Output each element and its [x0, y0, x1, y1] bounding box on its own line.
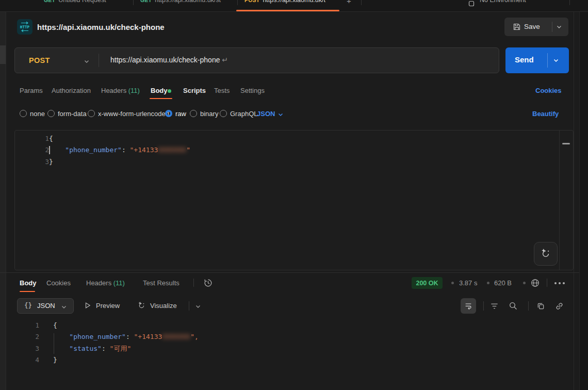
- divider: [189, 301, 189, 311]
- line-number: 4: [19, 356, 39, 364]
- visualize-button[interactable]: Visualize: [150, 302, 177, 310]
- tab-divider: [133, 0, 134, 5]
- indent-guide: [54, 333, 54, 354]
- tab-request-active[interactable]: POSThttps://api.xiaomu.uk/t: [244, 0, 325, 4]
- line-number: 2: [28, 146, 49, 154]
- tab-tests[interactable]: Tests: [214, 87, 230, 94]
- divider: [483, 301, 484, 311]
- history-icon[interactable]: [203, 278, 213, 288]
- headers-count: (11): [128, 87, 140, 94]
- send-button[interactable]: Send: [505, 47, 569, 73]
- status-badge[interactable]: 200 OK: [412, 277, 443, 289]
- link-icon[interactable]: [555, 302, 564, 311]
- environment-selector[interactable]: No Environment: [480, 0, 526, 4]
- dot-separator: [451, 282, 454, 284]
- preview-play-icon[interactable]: [84, 302, 91, 309]
- response-body-viewer[interactable]: 1 2 3 4 { "phone_number": "+141330000000…: [0, 317, 574, 390]
- beautify-link[interactable]: Beautify: [532, 110, 559, 118]
- json-value: "+14133: [130, 146, 158, 154]
- format-chevron-down-icon[interactable]: [277, 111, 284, 118]
- method-post-label: POST: [244, 0, 259, 3]
- tab-authorization[interactable]: Authorization: [52, 87, 91, 94]
- code-line: "phone_number": "+141330000000",: [53, 332, 199, 341]
- radio-none-label[interactable]: none: [30, 110, 45, 118]
- radio-binary-label[interactable]: binary: [200, 110, 218, 118]
- response-time[interactable]: 3.87 s: [459, 279, 477, 287]
- tab-untitled-request[interactable]: GETUntitled Request: [44, 0, 106, 4]
- json-value: "+14133: [134, 333, 162, 340]
- response-tab-test-results[interactable]: Test Results: [143, 279, 179, 287]
- divider: [547, 279, 547, 287]
- dot-separator: [523, 282, 526, 284]
- scrollbar-handle[interactable]: [562, 143, 570, 144]
- radio-graphql[interactable]: [220, 110, 227, 117]
- radio-urlencoded-label[interactable]: x-www-form-urlencoded: [98, 110, 169, 118]
- response-tab-headers[interactable]: Headers (11): [86, 279, 125, 287]
- radio-urlencoded[interactable]: [88, 110, 95, 117]
- braces-icon: {}: [24, 301, 32, 309]
- tab-label: https://api.xiaomu.uk/t: [263, 0, 325, 4]
- save-icon: [513, 23, 521, 31]
- code-line: {: [53, 321, 57, 330]
- send-button-label: Send: [515, 55, 534, 64]
- content-right-divider: [574, 12, 574, 390]
- more-options-icon[interactable]: [554, 282, 565, 284]
- json-key: "phone_number": [65, 146, 122, 154]
- globe-icon[interactable]: [530, 278, 540, 288]
- save-button[interactable]: Save: [504, 18, 568, 36]
- postbot-button[interactable]: [534, 242, 558, 266]
- save-chevron-down-icon[interactable]: [556, 24, 562, 30]
- url-input[interactable]: https://api.xiaomu.uk/check-phone ↵: [110, 56, 228, 64]
- new-tab-button[interactable]: +: [347, 0, 351, 5]
- search-icon[interactable]: [509, 301, 518, 311]
- url-bar: POST https://api.xiaomu.uk/check-phone ↵: [14, 47, 499, 73]
- button-divider: [552, 22, 552, 32]
- wrap-text-button[interactable]: [461, 298, 476, 314]
- tab-request-2[interactable]: GEThttps://api.xiaomu.uk/st: [140, 0, 221, 4]
- radio-form-data[interactable]: [47, 110, 55, 117]
- editor-scrollbar[interactable]: [559, 131, 573, 270]
- visualize-sparkle-icon[interactable]: [137, 301, 146, 310]
- url-divider: [99, 54, 99, 67]
- tab-label: https://api.xiaomu.uk/st: [155, 0, 221, 4]
- postbot-sparkle-icon: [540, 248, 551, 259]
- toolbar-chevron-down-icon[interactable]: [195, 303, 201, 310]
- button-divider: [547, 53, 548, 68]
- line-number: 2: [19, 333, 39, 340]
- response-tab-cookies[interactable]: Cookies: [46, 279, 71, 287]
- tab-params[interactable]: Params: [20, 87, 43, 94]
- tab-scripts[interactable]: Scripts: [183, 87, 206, 94]
- cookies-link[interactable]: Cookies: [535, 87, 562, 94]
- copy-icon[interactable]: [536, 302, 545, 311]
- request-body-editor[interactable]: 1 2 3 { "phone_number": "+141330000000" …: [14, 130, 574, 270]
- send-chevron-down-icon[interactable]: [553, 57, 559, 63]
- radio-binary[interactable]: [190, 110, 197, 117]
- http-method-icon: HTTP: [17, 19, 32, 35]
- body-modified-dot: [168, 89, 171, 93]
- code-line: {: [49, 134, 53, 143]
- sidebar-highlight: [0, 45, 6, 64]
- response-format-dropdown[interactable]: {} JSON: [17, 298, 74, 314]
- tab-headers[interactable]: Headers (11): [101, 87, 140, 94]
- radio-form-data-label[interactable]: form-data: [58, 110, 87, 118]
- tab-body[interactable]: Body: [151, 87, 168, 94]
- raw-format-selector[interactable]: JSON: [257, 110, 275, 118]
- code-line: }: [53, 355, 57, 364]
- method-selector[interactable]: POST: [29, 56, 50, 64]
- preview-button[interactable]: Preview: [96, 302, 120, 310]
- json-value: "可用": [110, 345, 132, 352]
- method-chevron-down-icon[interactable]: [84, 58, 90, 64]
- response-size[interactable]: 620 B: [494, 279, 512, 287]
- filter-icon[interactable]: [490, 302, 499, 311]
- environment-icon: [468, 1, 475, 7]
- code-line: "status": "可用": [53, 344, 131, 353]
- radio-graphql-label[interactable]: GraphQL: [230, 110, 257, 118]
- response-tab-body[interactable]: Body: [20, 279, 37, 287]
- response-divider: [0, 272, 579, 273]
- radio-none[interactable]: [20, 110, 27, 117]
- active-tab-underline: [236, 10, 339, 11]
- radio-raw-label[interactable]: raw: [175, 110, 186, 118]
- radio-raw-selected[interactable]: [165, 110, 172, 117]
- json-key: "status": [69, 345, 102, 352]
- tab-settings[interactable]: Settings: [240, 87, 265, 94]
